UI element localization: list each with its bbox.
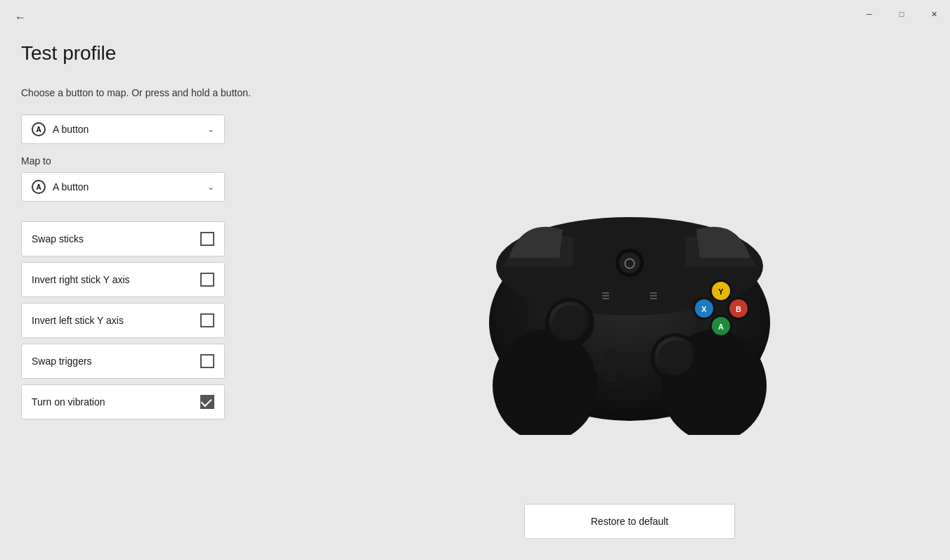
spacer xyxy=(21,207,288,221)
checkbox-input-1[interactable] xyxy=(200,273,214,287)
svg-rect-13 xyxy=(650,292,657,294)
map-dropdown-label: A button xyxy=(53,181,89,193)
back-icon: ← xyxy=(15,11,26,24)
map-to-label: Map to xyxy=(21,155,288,167)
close-button[interactable]: ✕ xyxy=(918,0,950,28)
map-to-dropdown[interactable]: A A button ⌄ xyxy=(21,172,225,202)
map-chevron-down-icon: ⌄ xyxy=(207,182,214,192)
svg-rect-14 xyxy=(650,295,657,297)
svg-point-18 xyxy=(552,305,587,340)
checkbox-label-2: Invert left stick Y axis xyxy=(32,315,124,326)
checkbox-input-0[interactable] xyxy=(200,232,214,246)
checkbox-input-4[interactable] xyxy=(200,395,214,409)
instruction-text: Choose a button to map. Or press and hol… xyxy=(21,86,288,100)
svg-rect-11 xyxy=(602,295,609,297)
checkbox-row-4[interactable]: Turn on vibration xyxy=(21,384,225,419)
window-controls: ─ □ ✕ xyxy=(853,0,950,28)
checkbox-row-0[interactable]: Swap sticks xyxy=(21,221,225,256)
chevron-down-icon: ⌄ xyxy=(207,124,214,134)
button-dropdown-container: A A button ⌄ xyxy=(21,115,288,144)
checkbox-label-4: Turn on vibration xyxy=(32,396,105,408)
checkbox-rows: Swap sticksInvert right stick Y axisInve… xyxy=(21,221,288,419)
svg-rect-12 xyxy=(602,298,609,299)
checkbox-label-0: Swap sticks xyxy=(32,233,84,245)
main-content: Test profile Choose a button to map. Or … xyxy=(0,28,950,560)
button-dropdown-icon: A xyxy=(32,122,46,136)
svg-rect-15 xyxy=(650,298,657,299)
checkbox-label-1: Invert right stick Y axis xyxy=(32,274,130,285)
checkbox-row-3[interactable]: Swap triggers xyxy=(21,344,225,379)
checkbox-label-3: Swap triggers xyxy=(32,356,92,367)
map-dropdown-left: A A button xyxy=(32,180,89,194)
button-dropdown-label: A button xyxy=(53,124,89,135)
dropdown-left: A A button xyxy=(32,122,89,136)
checkbox-row-1[interactable]: Invert right stick Y axis xyxy=(21,262,225,297)
checkbox-row-2[interactable]: Invert left stick Y axis xyxy=(21,303,225,338)
map-to-dropdown-container: A A button ⌄ xyxy=(21,172,288,202)
svg-point-21 xyxy=(658,340,693,375)
svg-point-8 xyxy=(597,286,614,303)
controller-svg: ◯ xyxy=(433,154,826,435)
svg-text:Y: Y xyxy=(718,287,724,296)
minimize-button[interactable]: ─ xyxy=(853,0,885,28)
controller-image: ◯ xyxy=(433,147,826,442)
svg-text:A: A xyxy=(718,323,724,331)
svg-rect-10 xyxy=(602,292,609,294)
right-panel: ◯ xyxy=(309,28,950,560)
maximize-button[interactable]: □ xyxy=(885,0,918,28)
checkbox-input-3[interactable] xyxy=(200,354,214,368)
svg-text:X: X xyxy=(701,305,707,313)
svg-text:B: B xyxy=(736,305,741,313)
svg-text:◯: ◯ xyxy=(624,257,635,269)
page-title: Test profile xyxy=(21,42,288,65)
svg-point-9 xyxy=(645,286,662,303)
button-dropdown[interactable]: A A button ⌄ xyxy=(21,115,225,144)
restore-default-button[interactable]: Restore to default xyxy=(524,504,735,539)
left-panel: Test profile Choose a button to map. Or … xyxy=(0,28,309,560)
back-button[interactable]: ← xyxy=(10,7,31,28)
svg-rect-23 xyxy=(594,360,626,372)
title-bar: ─ □ ✕ xyxy=(0,0,950,28)
checkbox-input-2[interactable] xyxy=(200,313,214,327)
map-dropdown-icon: A xyxy=(32,180,46,194)
